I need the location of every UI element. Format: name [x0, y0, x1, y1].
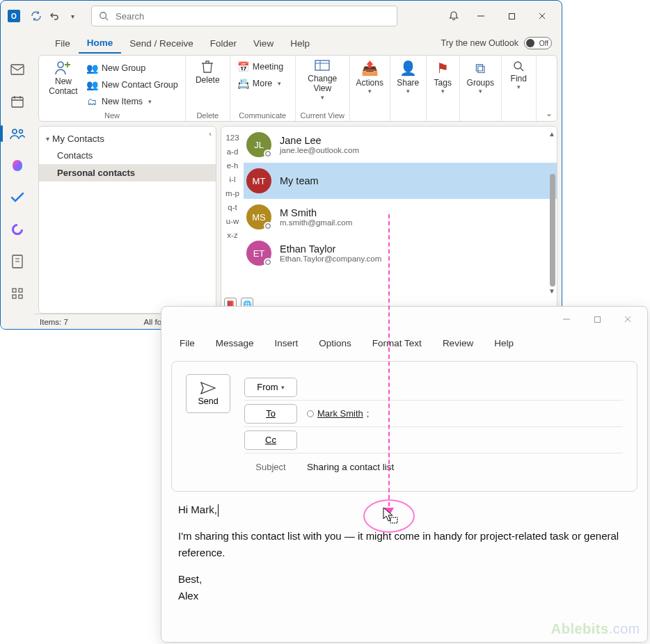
body-closing: Best,	[178, 571, 631, 588]
from-button[interactable]: From▾	[244, 378, 297, 397]
to-button[interactable]: To	[244, 404, 297, 424]
svg-rect-3	[509, 13, 514, 19]
close-button[interactable]	[527, 6, 557, 26]
subject-input[interactable]: Sharing a contact list	[307, 462, 394, 472]
try-new-label: Try the new Outlook	[441, 38, 518, 48]
ribbon-group-communicate: Communicate	[235, 110, 291, 120]
mail-icon[interactable]	[6, 59, 29, 80]
contact-row[interactable]: MT My team	[244, 163, 557, 199]
compose-menu-insert[interactable]: Insert	[267, 335, 307, 351]
avatar: JL	[246, 132, 271, 157]
minimize-button[interactable]	[466, 6, 496, 26]
svg-rect-5	[12, 97, 23, 107]
calendar-icon[interactable]	[6, 91, 29, 112]
compose-minimize-button[interactable]	[551, 309, 582, 329]
compose-close-button[interactable]	[612, 309, 643, 329]
share-label: Share	[397, 78, 419, 88]
alpha-mp[interactable]: m-p	[221, 186, 244, 200]
find-button[interactable]: Find▾	[506, 58, 532, 92]
groups-button[interactable]: ⧉Groups▾	[464, 58, 497, 97]
new-group-button[interactable]: 👥New Group	[84, 60, 181, 77]
avatar: MT	[246, 168, 271, 193]
compose-menu-message[interactable]: Message	[207, 335, 262, 351]
contact-name: My team	[280, 175, 319, 186]
sync-icon[interactable]	[27, 7, 45, 25]
contact-row[interactable]: ET Ethan Taylor Ethan.Taylor@company.com	[244, 235, 557, 271]
compose-menubar: File Message Insert Options Format Text …	[161, 332, 647, 354]
folder-group-header[interactable]: ▾ My Contacts	[39, 131, 216, 147]
contact-row[interactable]: MS M Smith m.smith@gmail.com	[244, 199, 557, 235]
notes-icon[interactable]	[6, 251, 29, 272]
undo-icon[interactable]	[45, 7, 63, 25]
compose-maximize-button[interactable]	[582, 309, 612, 329]
new-items-button[interactable]: 🗂New Items▾	[84, 93, 181, 110]
delete-button[interactable]: Delete	[190, 58, 225, 86]
folder-contacts[interactable]: Contacts	[39, 147, 216, 164]
meeting-button[interactable]: 📅Meeting	[235, 58, 291, 75]
actions-label: Actions	[356, 78, 383, 88]
compose-menu-format-text[interactable]: Format Text	[364, 335, 430, 351]
loop-icon[interactable]	[6, 219, 29, 240]
delete-label: Delete	[196, 75, 220, 85]
send-button[interactable]: Send	[186, 374, 230, 413]
change-view-button[interactable]: Change View▾	[300, 58, 345, 103]
alpha-qt[interactable]: q-t	[221, 200, 244, 214]
compose-titlebar	[161, 307, 647, 332]
alpha-uw[interactable]: u-w	[221, 214, 244, 228]
drag-indicator-line	[388, 214, 390, 513]
svg-point-18	[58, 62, 63, 67]
new-contact-group-button[interactable]: 👥New Contact Group	[84, 77, 181, 93]
folder-personal-contacts[interactable]: Personal contacts	[39, 164, 216, 182]
maximize-button[interactable]	[496, 6, 527, 26]
try-new-toggle[interactable]: Off	[524, 37, 552, 49]
svg-rect-4	[11, 65, 24, 74]
people-icon[interactable]	[6, 123, 29, 144]
alpha-xz[interactable]: x-z	[221, 228, 244, 242]
alpha-il[interactable]: i-l	[221, 172, 244, 186]
svg-line-23	[521, 68, 523, 71]
scroll-up-icon[interactable]: ▲	[548, 129, 556, 138]
svg-rect-17	[19, 295, 22, 298]
compose-window: File Message Insert Options Format Text …	[161, 306, 648, 643]
alpha-ad[interactable]: a-d	[221, 145, 244, 159]
tags-label: Tags	[434, 78, 452, 88]
menu-send-receive[interactable]: Send / Receive	[121, 34, 202, 53]
more-apps-icon[interactable]	[6, 283, 29, 304]
recipient-chip[interactable]: Mark Smith;	[307, 408, 369, 419]
scrollbar-thumb[interactable]	[550, 174, 555, 287]
notifications-icon[interactable]	[442, 6, 466, 26]
svg-rect-25	[594, 316, 600, 322]
cc-button[interactable]: Cc	[244, 430, 297, 450]
contact-email: jane.lee@outlook.com	[280, 146, 359, 154]
share-button[interactable]: 👤Share▾	[395, 58, 422, 97]
compose-menu-review[interactable]: Review	[434, 335, 482, 351]
collapse-ribbon-icon[interactable]: ⌄	[546, 108, 553, 118]
presence-icon	[264, 150, 272, 158]
tags-button[interactable]: ⚑Tags▾	[431, 58, 455, 97]
new-group-label: New Group	[102, 63, 145, 73]
compose-menu-help[interactable]: Help	[486, 335, 522, 351]
compose-menu-file[interactable]: File	[171, 335, 203, 351]
menubar: File Home Send / Receive Folder View Hel…	[1, 31, 562, 55]
search-input[interactable]: Search	[91, 6, 397, 26]
qat-dropdown-icon[interactable]: ▾	[63, 7, 81, 25]
alpha-123[interactable]: 123	[221, 131, 244, 145]
svg-rect-21	[315, 61, 329, 70]
todo-icon[interactable]	[6, 187, 29, 208]
svg-rect-15	[19, 289, 22, 292]
alpha-eh[interactable]: e-h	[221, 159, 244, 172]
scroll-down-icon[interactable]: ▼	[548, 287, 556, 295]
menu-file[interactable]: File	[47, 34, 79, 53]
compose-menu-options[interactable]: Options	[310, 335, 360, 351]
menu-home[interactable]: Home	[79, 33, 122, 54]
contact-name: M Smith	[280, 207, 352, 218]
actions-button[interactable]: 📤Actions▾	[354, 58, 386, 97]
menu-help[interactable]: Help	[282, 34, 318, 53]
m365-icon[interactable]	[6, 155, 29, 176]
menu-folder[interactable]: Folder	[202, 34, 245, 53]
menu-view[interactable]: View	[245, 34, 282, 53]
contact-row[interactable]: JL Jane Lee jane.lee@outlook.com	[244, 127, 557, 163]
avatar: MS	[246, 204, 271, 230]
collapse-folder-pane-icon[interactable]: ‹	[209, 129, 212, 138]
more-button[interactable]: 📇More▾	[235, 75, 291, 92]
